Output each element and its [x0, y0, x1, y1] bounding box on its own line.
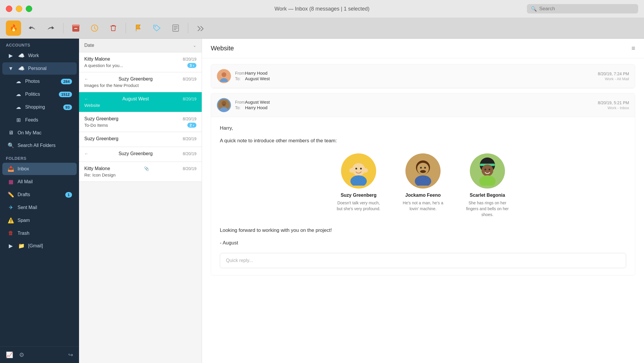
settings-icon[interactable]: ⚙ — [19, 351, 24, 358]
sidebar-item-drafts[interactable]: ✏️ Drafts 1 — [2, 189, 77, 201]
svg-point-14 — [355, 168, 357, 169]
more-button[interactable] — [193, 20, 208, 36]
email-detail-header: Website ≡ — [202, 39, 644, 58]
inbox-icon: 📥 — [7, 166, 15, 172]
attachment-icon: 📎 — [144, 166, 149, 171]
sidebar-item-photos[interactable]: ☁ Photos 284 — [2, 75, 77, 88]
svg-point-10 — [222, 104, 225, 106]
forward-button[interactable] — [43, 20, 59, 36]
accounts-label: Accounts — [0, 39, 79, 49]
sidebar-item-search-all[interactable]: 🔍 Search All Folders — [2, 139, 77, 152]
message-item[interactable]: Suzy Greenberg 8/20/19 To-Do Items 2 › — [79, 112, 202, 132]
separator-1 — [63, 23, 64, 33]
tag-button[interactable] — [149, 20, 165, 36]
sort-label: Date — [84, 43, 94, 48]
all-mail-icon: ▦ — [7, 179, 15, 185]
sidebar-item-sent-mail[interactable]: ✈ Sent Mail — [2, 201, 77, 214]
message-item[interactable]: Suzy Greenberg 8/20/19 — [79, 132, 202, 147]
team-name-jockamo: Jockamo Feeno — [405, 193, 441, 198]
on-my-mac-label: On My Mac — [18, 130, 72, 136]
svg-point-16 — [349, 168, 355, 173]
window-title: Work — Inbox (8 messages | 1 selected) — [275, 6, 369, 12]
sidebar-item-politics[interactable]: ☁ Politics 1512 — [2, 88, 77, 100]
sidebar-item-trash[interactable]: 🗑 Trash — [2, 227, 77, 239]
politics-cloud-icon: ☁ — [15, 91, 22, 97]
all-mail-label: All Mail — [18, 179, 72, 184]
activity-icon[interactable]: 📈 — [6, 351, 13, 358]
svg-point-30 — [484, 169, 486, 170]
flag-button[interactable] — [131, 20, 146, 36]
message-item[interactable]: Kitty Malone 📎 8/20/19 Re: Icon Design — [79, 162, 202, 182]
reply-all-button[interactable] — [25, 20, 40, 36]
message-item[interactable]: Kitty Malone 8/20/19 A question for you.… — [79, 52, 202, 72]
message-item[interactable]: ← Suzy Greenberg 8/20/19 — [79, 147, 202, 162]
search-box[interactable]: 🔍 — [527, 4, 638, 13]
message-subject: A question for you... — [84, 63, 123, 68]
message-list: Date ⌄ Kitty Malone 8/20/19 A question f… — [79, 39, 202, 363]
photos-badge: 284 — [61, 79, 72, 84]
reminder-button[interactable] — [87, 20, 102, 36]
drafts-icon: ✏️ — [7, 191, 15, 198]
minimize-button[interactable] — [16, 6, 22, 12]
flame-button[interactable]: 🔥 — [6, 20, 21, 36]
signout-icon[interactable]: ↪ — [68, 351, 73, 358]
message-date: 8/20/19 — [183, 77, 196, 81]
sidebar-item-work[interactable]: ▶ ☁️ Work — [2, 49, 77, 62]
sidebar-item-feeds[interactable]: ⊞ Feeds — [2, 114, 77, 126]
quick-reply-box[interactable]: Quick reply... — [220, 253, 626, 268]
sidebar-item-all-mail[interactable]: ▦ All Mail — [2, 176, 77, 188]
team-member-suzy: Suzy Greenberg Doesn't talk very much, b… — [335, 153, 382, 218]
sidebar-item-personal[interactable]: ▼ ☁️ Personal — [2, 62, 77, 75]
message-item[interactable]: ← Suzy Greenberg 8/20/19 Images for the … — [79, 72, 202, 92]
sidebar-item-gmail[interactable]: ▶ 📁 [Gmail] — [2, 240, 77, 252]
sidebar-item-spam[interactable]: ⚠️ Spam — [2, 214, 77, 227]
svg-point-17 — [362, 168, 368, 173]
sender-name: Suzy Greenberg — [84, 116, 119, 121]
close-button[interactable] — [6, 6, 12, 12]
to-label: To: — [235, 76, 243, 81]
to-value: August West — [245, 76, 270, 81]
sender-name: Suzy Greenberg — [119, 151, 153, 156]
email-card-2-meta: From: August West To: Harry Hood — [235, 100, 594, 111]
sort-chevron-icon[interactable]: ⌄ — [193, 43, 196, 48]
main-layout: Accounts ▶ ☁️ Work ▼ ☁️ Personal ☁ Photo… — [0, 39, 644, 363]
from-label: From: — [235, 100, 243, 105]
delete-button[interactable] — [106, 20, 121, 36]
to-label: To: — [235, 105, 243, 110]
email-detail-body: From: Harry Hood To: August West 8/20/19… — [202, 58, 644, 363]
svg-point-29 — [482, 165, 493, 176]
search-input[interactable] — [539, 6, 634, 12]
notes-button[interactable] — [168, 20, 183, 36]
shopping-cloud-icon: ☁ — [15, 104, 22, 110]
message-item-selected[interactable]: ← August West 8/20/19 Website — [79, 92, 202, 112]
separator-3 — [188, 23, 188, 33]
shopping-label: Shopping — [25, 105, 60, 110]
sidebar-item-shopping[interactable]: ☁ Shopping 93 — [2, 101, 77, 113]
reply-arrow-icon: ← — [84, 151, 88, 156]
email-menu-icon[interactable]: ≡ — [631, 44, 635, 52]
sender-name: August West — [122, 96, 149, 102]
email-subject-title: Website — [211, 44, 234, 52]
avatar-jockamo — [405, 153, 441, 189]
politics-badge: 1512 — [59, 92, 72, 97]
email-card-2: From: August West To: Harry Hood 8/20/19… — [211, 93, 635, 275]
cloud-icon: ☁️ — [18, 52, 25, 59]
sidebar-item-inbox[interactable]: 📥 Inbox — [2, 163, 77, 175]
message-subject: Re: Icon Design — [84, 172, 116, 177]
date-text: 8/20/19, 7:24 PM — [598, 71, 629, 76]
svg-point-2 — [155, 26, 156, 27]
team-name-scarlet: Scarlet Begonia — [470, 193, 505, 198]
email-intro: A quick note to introduce other members … — [220, 137, 626, 145]
sidebar-item-on-my-mac[interactable]: 🖥 On My Mac — [2, 127, 77, 139]
reply-arrow-icon: ← — [84, 77, 88, 81]
sender-name: Kitty Malone — [84, 166, 110, 171]
team-name-suzy: Suzy Greenberg — [341, 193, 377, 198]
archive-button[interactable] — [68, 20, 83, 36]
svg-point-5 — [222, 72, 226, 77]
email-card-2-header: From: August West To: Harry Hood 8/20/19… — [211, 93, 635, 117]
photos-label: Photos — [25, 79, 58, 84]
mailbox-text: Work - All Mail — [598, 77, 629, 81]
sender-name: Kitty Malone — [84, 56, 110, 62]
fullscreen-button[interactable] — [26, 6, 32, 12]
shopping-badge: 93 — [63, 105, 72, 110]
